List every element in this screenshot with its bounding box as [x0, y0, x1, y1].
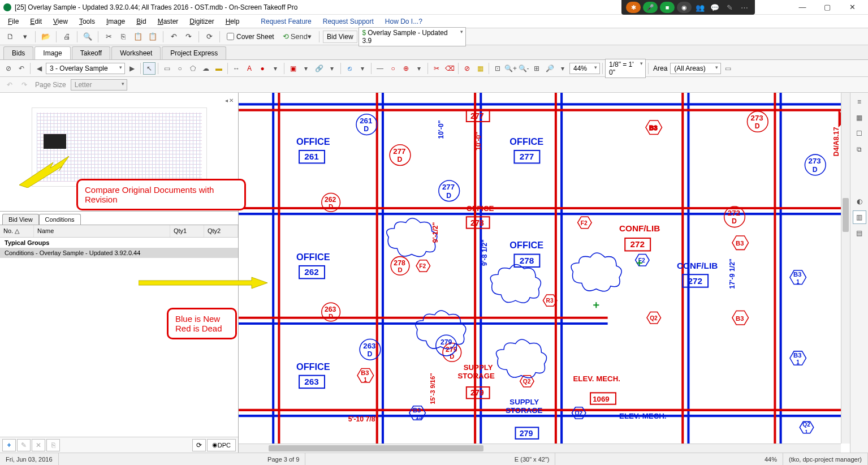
nav-next-button[interactable]: ▶: [126, 62, 138, 75]
redo-button[interactable]: ↷: [182, 30, 195, 44]
zoom-dropdown[interactable]: 44%: [569, 63, 600, 74]
rt-stack-icon[interactable]: ☐: [853, 127, 866, 140]
paste-button[interactable]: 📋: [131, 30, 145, 44]
marker-tool[interactable]: ●: [256, 62, 269, 75]
rotate-right-button[interactable]: ↷: [18, 79, 31, 91]
page-select-dropdown[interactable]: 3 - Overlay Sample: [46, 63, 125, 74]
meeting-mic-button[interactable]: 🎤: [643, 2, 658, 13]
rt-contrast-icon[interactable]: ◐: [853, 195, 866, 208]
open-button[interactable]: 📂: [39, 30, 53, 44]
meeting-camera-button[interactable]: ◉: [677, 2, 692, 13]
rt-grid-icon[interactable]: ▦: [853, 111, 866, 124]
polygon-tool[interactable]: ⬠: [187, 62, 199, 75]
menu-image[interactable]: Image: [102, 16, 129, 27]
rt-compare-icon[interactable]: ⧉: [853, 143, 866, 156]
edit-condition-button[interactable]: ✎: [17, 439, 31, 451]
link-how-do-i[interactable]: How Do I...?: [381, 16, 427, 27]
new-button[interactable]: 🗋: [3, 30, 17, 44]
tab-project-express[interactable]: Project Express: [162, 46, 226, 59]
meeting-video-button[interactable]: ■: [660, 2, 675, 13]
dropdown-2[interactable]: ▾: [269, 62, 282, 75]
chat-icon[interactable]: 💬: [709, 3, 721, 12]
trim-tool[interactable]: ✂: [430, 62, 443, 75]
note-tool[interactable]: ▦: [474, 62, 486, 75]
col-name[interactable]: Name: [34, 225, 170, 237]
pagesize-dropdown[interactable]: Letter: [71, 79, 127, 91]
nav-prev-button[interactable]: ◀: [33, 62, 45, 75]
tab-worksheet[interactable]: Worksheet: [111, 46, 161, 59]
more-icon[interactable]: ⋯: [738, 3, 750, 12]
dropdown-5[interactable]: ▾: [356, 62, 369, 75]
zoom-window-tool[interactable]: ⊡: [491, 62, 504, 75]
drawing-canvas[interactable]: OFFICE 261 OFFICE 262 OFFICE 263 OFFICE …: [239, 93, 850, 450]
stop-tool[interactable]: ⊘: [461, 62, 473, 75]
cloud-tool[interactable]: ☁: [200, 62, 212, 75]
select-tool[interactable]: ↖: [143, 62, 156, 75]
zoom-out-tool[interactable]: 🔍-: [517, 62, 530, 75]
zoom-actual-tool[interactable]: 🔎: [543, 62, 556, 75]
erase-tool[interactable]: ⌫: [443, 62, 456, 75]
line-tool[interactable]: ―: [374, 62, 386, 75]
undo-button[interactable]: ↶: [167, 30, 180, 44]
pin-icon[interactable]: ◂: [225, 97, 228, 105]
menu-edit[interactable]: Edit: [25, 16, 46, 27]
maximize-button[interactable]: ▢: [815, 0, 840, 15]
menu-tools[interactable]: Tools: [75, 16, 100, 27]
tab-bids[interactable]: Bids: [3, 46, 33, 59]
highlight-tool[interactable]: ▬: [213, 62, 225, 75]
rt-layers-icon[interactable]: ≡: [853, 95, 866, 109]
cover-sheet-toggle[interactable]: Cover Sheet: [223, 33, 278, 41]
dpc-button[interactable]: ◉ DPC: [207, 439, 236, 451]
rt-color-icon[interactable]: ▤: [853, 226, 866, 240]
text-tool[interactable]: A: [243, 62, 256, 75]
annotate-icon[interactable]: ✎: [723, 3, 736, 12]
dropdown-7[interactable]: ▾: [556, 62, 569, 75]
conditions-group-row[interactable]: Typical Groups: [0, 238, 238, 248]
nav-back-overlay-button[interactable]: ↶: [15, 62, 28, 75]
dropdown-icon[interactable]: ▾: [18, 30, 32, 44]
cover-sheet-checkbox[interactable]: [227, 33, 234, 40]
conditions-row[interactable]: Conditions - Overlay Sample - Updated 3.…: [0, 248, 238, 258]
tab-image[interactable]: Image: [34, 46, 70, 59]
meeting-settings-button[interactable]: ✱: [626, 2, 641, 13]
refresh-button[interactable]: ⟳: [202, 30, 216, 44]
preview-button[interactable]: 🔍: [81, 30, 94, 44]
rotate-left-button[interactable]: ↶: [3, 79, 16, 91]
rect-tool[interactable]: ▭: [161, 62, 173, 75]
menu-file[interactable]: File: [3, 16, 23, 27]
print-button[interactable]: 🖨: [60, 30, 74, 44]
col-qty2[interactable]: Qty2: [204, 225, 238, 237]
nav-first-button[interactable]: ⊘: [2, 62, 15, 75]
col-qty1[interactable]: Qty1: [170, 225, 204, 237]
close-button[interactable]: ✕: [840, 0, 865, 15]
left-tab-bidview[interactable]: Bid View: [2, 214, 39, 225]
paste-special-button[interactable]: 📋: [146, 30, 159, 44]
duplicate-condition-button[interactable]: ⎘: [46, 439, 60, 451]
copy-button[interactable]: ⎘: [116, 30, 130, 44]
menu-help[interactable]: Help: [221, 16, 244, 27]
dropdown-6[interactable]: ▾: [413, 62, 425, 75]
zoom-in-tool[interactable]: 🔍+: [504, 62, 517, 75]
hotlink-tool[interactable]: ⎋: [343, 62, 356, 75]
circle-tool[interactable]: ○: [174, 62, 186, 75]
link-tool[interactable]: 🔗: [313, 62, 325, 75]
send-button[interactable]: ⟲Send ▾: [279, 30, 316, 44]
minimize-button[interactable]: ―: [790, 0, 815, 15]
area-new-button[interactable]: ▭: [722, 62, 734, 75]
vertical-scrollbar[interactable]: [841, 93, 850, 444]
add-condition-button[interactable]: +: [2, 439, 16, 451]
cut-button[interactable]: ✂: [102, 30, 115, 44]
dimension-tool[interactable]: ↔: [230, 62, 243, 75]
tab-takeoff[interactable]: Takeoff: [72, 46, 110, 59]
area-dropdown[interactable]: (All Areas): [670, 63, 721, 74]
zoom-fit-tool[interactable]: ⊞: [530, 62, 543, 75]
horizontal-scrollbar[interactable]: [239, 444, 841, 453]
dropdown-4[interactable]: ▾: [326, 62, 338, 75]
link-request-support[interactable]: Request Support: [318, 16, 378, 27]
menu-view[interactable]: View: [49, 16, 72, 27]
menu-digitizer[interactable]: Digitizer: [185, 16, 218, 27]
link-request-feature[interactable]: Request Feature: [256, 16, 316, 27]
sync-button[interactable]: ⟳: [192, 439, 206, 451]
menu-bid[interactable]: Bid: [132, 16, 150, 27]
count-tool[interactable]: ○: [387, 62, 399, 75]
